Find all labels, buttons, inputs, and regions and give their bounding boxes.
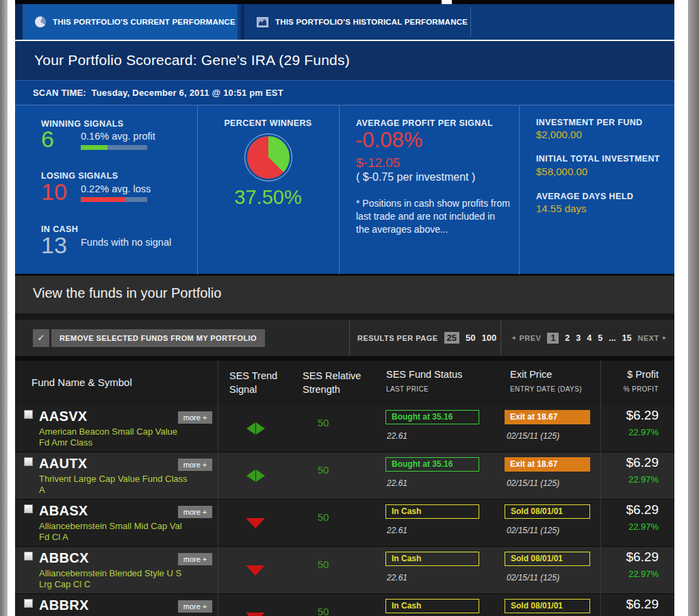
profit-pct-value: 22.97% <box>628 522 659 532</box>
relative-strength-value: 50 <box>289 405 357 439</box>
page-button-4[interactable]: 4 <box>587 333 592 343</box>
page-button-2[interactable]: 2 <box>565 333 570 343</box>
toolbar-divider <box>349 320 350 356</box>
funds-table-body: AASVX more + American Beacon Small Cap V… <box>15 405 674 616</box>
column-relative-strength: SES RelativeStrength <box>303 369 361 396</box>
funds-toolbar: ✓ REMOVE SELECTED FUNDS FROM MY PORTFOLI… <box>15 320 674 356</box>
row-checkbox[interactable] <box>24 599 33 608</box>
profit-value: $6.29 <box>626 502 659 517</box>
next-page-button[interactable]: NEXT► <box>637 334 668 342</box>
initial-total-investment-label: INITIAL TOTAL INVESTMENT <box>536 154 660 164</box>
last-price-value: 22.61 <box>387 431 407 441</box>
next-arrow-icon: ► <box>662 335 668 341</box>
relative-strength-value: 50 <box>289 500 357 534</box>
window-left-margin <box>0 0 8 616</box>
cash-positions-note: * Positions in cash show profits from la… <box>356 197 510 236</box>
more-button[interactable]: more + <box>178 459 212 471</box>
table-row: ABASX more + Alliancebernstein Small Mid… <box>15 500 674 546</box>
last-price-value: 22.61 <box>387 573 407 582</box>
tab-current-performance[interactable]: THIS PORTFOLIO'S CURRENT PERFORMANCE <box>23 4 238 40</box>
more-button[interactable]: more + <box>178 411 212 424</box>
entry-date-value: 02/15/11 (125) <box>507 478 559 488</box>
funds-table-header: Fund Name & Symbol SES TrendSignal SES R… <box>15 361 674 405</box>
fund-symbol: ABBCX <box>39 550 89 566</box>
column-profit-pct: % PROFIT <box>623 385 659 393</box>
funds-section-title: View the funds in your Portfolio <box>33 285 221 301</box>
average-days-held-label: AVERAGE DAYS HELD <box>536 192 633 201</box>
row-checkbox[interactable] <box>24 410 33 419</box>
table-row: ABBRX more + Alliancebernstein Blended S… <box>15 594 674 616</box>
page-button-3[interactable]: 3 <box>576 333 581 343</box>
pagination: ◄PREV 1 2 3 4 5 ... 15 NEXT► <box>511 320 668 356</box>
area-chart-icon <box>257 17 268 27</box>
initial-total-investment-value: $58,000.00 <box>536 166 587 177</box>
table-column-divider <box>600 361 601 616</box>
results-per-page-label: RESULTS PER PAGE <box>357 334 438 342</box>
losing-signals-detail: 0.22% avg. loss <box>81 183 151 194</box>
entry-date-value: 02/15/11 (125) <box>507 431 559 441</box>
scorecard-header: Your Portfolio Scorecard: Gene's IRA (29… <box>15 41 674 80</box>
portfolio-app-window: THIS PORTFOLIO'S CURRENT PERFORMANCE THI… <box>0 0 699 616</box>
scan-time: SCAN TIME: Tuesday, December 6, 2011 @ 1… <box>33 88 283 98</box>
exit-price-badge: Sold 08/01/01 <box>505 504 590 519</box>
section-gap <box>15 356 674 361</box>
winning-signals-bar <box>81 145 147 150</box>
fund-status-badge: Bought at 35.16 <box>385 410 479 424</box>
fund-symbol: AASVX <box>39 409 87 424</box>
row-checkbox[interactable] <box>24 552 33 561</box>
sideways-signal-icon <box>218 405 293 452</box>
fund-name: Alliancebernstein Small Mid Cap Val Fd C… <box>39 521 188 543</box>
winning-signals-count: 6 <box>41 127 54 151</box>
page-button-5[interactable]: 5 <box>598 333 602 343</box>
down-signal-icon <box>218 547 293 593</box>
page-title: Your Portfolio Scorecard: Gene's IRA (29… <box>34 52 350 68</box>
scan-time-value: Tuesday, December 6, 2011 @ 10:51 pm EST <box>91 88 283 98</box>
next-label: NEXT <box>637 334 659 342</box>
profit-pct-value: 22.97% <box>628 427 659 437</box>
select-all-checkbox-button[interactable]: ✓ <box>33 329 49 347</box>
column-fund-status: SES Fund Status <box>386 369 462 380</box>
table-row: AAUTX more + Thrivent Large Cap Value Fu… <box>15 452 674 499</box>
exit-price-badge: Sold 08/01/01 <box>505 599 590 613</box>
remove-selected-funds-button[interactable]: REMOVE SELECTED FUNDS FROM MY PORTFOLIO <box>51 329 265 347</box>
results-option-25[interactable]: 25 <box>444 332 459 344</box>
window-right-margin <box>688 0 699 616</box>
tab-label: THIS PORTFOLIO'S HISTORICAL PERFORMANCE <box>275 18 468 26</box>
fund-status-badge: In Cash <box>385 504 479 519</box>
avg-profit-per-investment: ( $-0.75 per investment ) <box>356 171 475 183</box>
profit-pct-value: 22.97% <box>628 569 659 579</box>
funds-section-header: View the funds in your Portfolio <box>15 276 674 313</box>
avg-profit-pct: -0.08% <box>355 128 422 153</box>
scan-time-label: SCAN TIME: <box>33 88 86 98</box>
tabbar-divider <box>470 7 471 37</box>
sideways-signal-icon <box>218 452 293 499</box>
more-button[interactable]: more + <box>178 553 212 565</box>
profit-pct-value: 22.97% <box>628 474 659 485</box>
row-checkbox[interactable] <box>24 504 33 513</box>
fund-symbol: ABBRX <box>39 598 89 613</box>
exit-price-badge: Sold 08/01/01 <box>505 552 590 566</box>
tab-historical-performance[interactable]: THIS PORTFOLIO'S HISTORICAL PERFORMANCE <box>241 4 470 40</box>
results-per-page: RESULTS PER PAGE 25 50 100 <box>357 320 496 356</box>
average-days-held-value: 14.55 days <box>536 203 586 214</box>
pie-icon <box>35 16 46 27</box>
table-row: AASVX more + American Beacon Small Cap V… <box>15 405 674 452</box>
results-option-100[interactable]: 100 <box>482 333 497 343</box>
table-column-divider <box>218 361 218 616</box>
page-button-1[interactable]: 1 <box>547 333 559 344</box>
more-button[interactable]: more + <box>178 506 212 518</box>
page-button-15[interactable]: 15 <box>622 333 632 343</box>
down-signal-icon <box>218 500 293 546</box>
tabbar-edge <box>15 4 23 40</box>
fund-name: American Beacon Small Cap Value Fd Amr C… <box>39 426 188 448</box>
page-right-margin <box>674 0 688 616</box>
panel-divider <box>339 105 340 274</box>
entry-date-value: 02/15/11 (125) <box>507 526 559 535</box>
results-option-50[interactable]: 50 <box>466 333 475 343</box>
prev-page-button[interactable]: ◄PREV <box>511 334 541 342</box>
row-checkbox[interactable] <box>24 457 33 466</box>
more-button[interactable]: more + <box>178 600 212 613</box>
column-fund-name: Fund Name & Symbol <box>31 376 132 388</box>
profit-value: $6.29 <box>626 597 659 612</box>
profit-value: $6.29 <box>626 550 659 565</box>
